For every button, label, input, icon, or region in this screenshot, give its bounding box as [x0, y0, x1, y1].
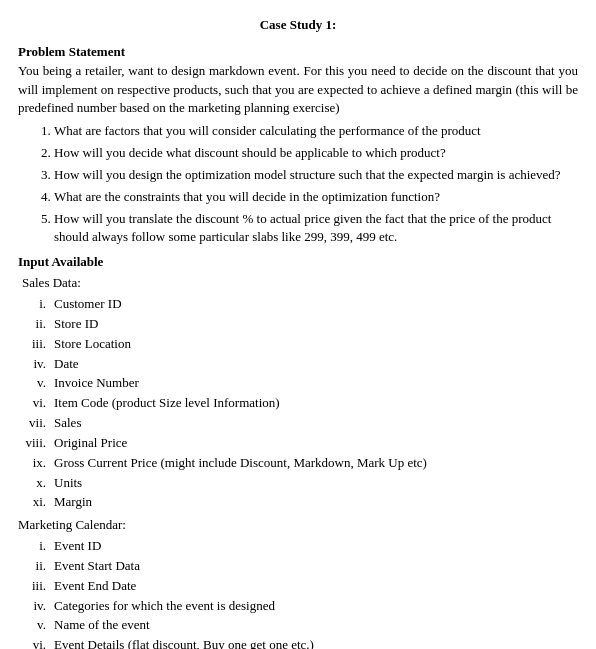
question-item-3: How will you design the optimization mod… — [54, 166, 578, 185]
marketing-item-3: iii.Event End Date — [18, 577, 578, 596]
question-item-4: What are the constraints that you will d… — [54, 188, 578, 207]
questions-list: What are factors that you will consider … — [54, 122, 578, 247]
marketing-item-5: v.Name of the event — [18, 616, 578, 635]
marketing-items-list: i.Event IDii.Event Start Dataiii.Event E… — [18, 537, 578, 649]
marketing-label: Marketing Calendar: — [18, 516, 578, 535]
sales-item-9: ix.Gross Current Price (might include Di… — [18, 454, 578, 473]
sales-item-6: vi.Item Code (product Size level Informa… — [18, 394, 578, 413]
question-item-1: What are factors that you will consider … — [54, 122, 578, 141]
marketing-item-2: ii.Event Start Data — [18, 557, 578, 576]
sales-item-10: x.Units — [18, 474, 578, 493]
sales-item-4: iv.Date — [18, 355, 578, 374]
sales-item-7: vii.Sales — [18, 414, 578, 433]
problem-body: You being a retailer, want to design mar… — [18, 62, 578, 119]
sales-item-8: viii.Original Price — [18, 434, 578, 453]
marketing-item-1: i.Event ID — [18, 537, 578, 556]
input-available-label: Input Available — [18, 253, 578, 272]
sales-item-2: ii.Store ID — [18, 315, 578, 334]
sales-item-1: i.Customer ID — [18, 295, 578, 314]
page-title: Case Study 1: — [18, 16, 578, 35]
sales-data-label: Sales Data: — [22, 274, 578, 293]
sales-item-11: xi.Margin — [18, 493, 578, 512]
problem-statement-label: Problem Statement — [18, 44, 125, 59]
marketing-item-4: iv.Categories for which the event is des… — [18, 597, 578, 616]
marketing-item-6: vi.Event Details (flat discount, Buy one… — [18, 636, 578, 649]
sales-item-3: iii.Store Location — [18, 335, 578, 354]
sales-items-list: i.Customer IDii.Store IDiii.Store Locati… — [18, 295, 578, 512]
question-item-2: How will you decide what discount should… — [54, 144, 578, 163]
problem-statement-section: Problem Statement You being a retailer, … — [18, 43, 578, 247]
question-item-5: How will you translate the discount % to… — [54, 210, 578, 248]
input-available-section: Input Available Sales Data: i.Customer I… — [18, 253, 578, 649]
sales-item-5: v.Invoice Number — [18, 374, 578, 393]
